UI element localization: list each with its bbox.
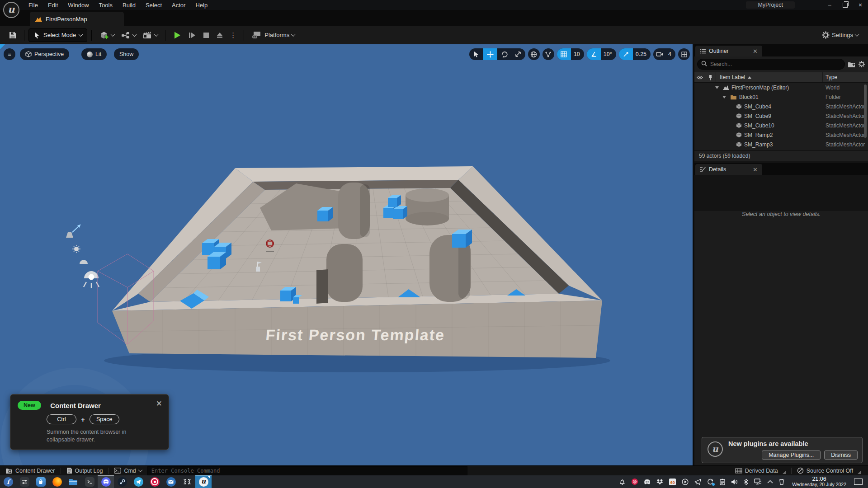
close-icon[interactable]: ✕ [753, 166, 758, 173]
grid-snap-toggle[interactable] [557, 48, 571, 60]
steam-icon[interactable] [114, 475, 130, 488]
expand-caret-icon[interactable] [715, 86, 719, 89]
outliner-scrollbar[interactable] [864, 84, 867, 138]
outliner-row-staticmesh[interactable]: SM_Ramp2 StaticMeshActor [694, 130, 868, 140]
play-options-kebab[interactable]: ⋮ [226, 28, 240, 42]
discord-tray-icon[interactable] [644, 479, 651, 484]
source-control-button[interactable]: Source Control Off [792, 466, 868, 475]
scale-tool[interactable] [511, 48, 525, 60]
telegram-icon[interactable] [130, 475, 146, 488]
maximize-viewport-toggle[interactable] [678, 48, 690, 60]
world-local-toggle[interactable] [528, 48, 540, 60]
show-desktop-button[interactable] [854, 479, 863, 485]
rotate-tool[interactable] [497, 48, 511, 60]
platforms-dropdown[interactable]: Platforms [248, 28, 298, 42]
rotation-snap-value[interactable]: 10° [601, 51, 616, 57]
bluetooth-icon[interactable] [744, 479, 748, 485]
select-tool[interactable] [469, 48, 483, 60]
settings-dropdown[interactable]: Settings [819, 28, 862, 42]
outliner-row-staticmesh[interactable]: SM_Cube10 StaticMeshActor [694, 121, 868, 130]
tweaks-icon[interactable] [16, 475, 33, 488]
unreal-engine-icon[interactable]: u [195, 475, 212, 488]
volume-icon[interactable] [731, 479, 738, 485]
software-store-icon[interactable] [33, 475, 49, 488]
utility-app-icon[interactable] [179, 475, 195, 488]
outliner-row-world[interactable]: FirstPersonMap (Editor) World [694, 83, 868, 92]
sort-by-type[interactable]: Type [823, 72, 868, 82]
show-flags-dropdown[interactable]: Show [114, 48, 139, 60]
scale-snap-value[interactable]: 0.25 [633, 51, 651, 57]
software-update-icon[interactable] [707, 479, 714, 485]
output-log-button[interactable]: Output Log [61, 466, 108, 475]
outliner-row-staticmesh[interactable]: SM_Cube4 StaticMeshActor [694, 102, 868, 111]
viewport-options-menu[interactable]: ≡ [4, 48, 15, 60]
trash-icon[interactable] [779, 479, 784, 485]
cinematics-dropdown[interactable] [139, 28, 161, 42]
menu-help[interactable]: Help [190, 0, 212, 10]
tab-outliner[interactable]: Outliner ✕ [695, 46, 762, 56]
console-command-input[interactable] [147, 466, 467, 475]
close-button[interactable]: × [853, 0, 868, 10]
new-folder-icon[interactable] [848, 61, 855, 68]
visibility-column-eye-icon[interactable] [694, 72, 705, 82]
rotation-snap-toggle[interactable] [587, 48, 601, 60]
recorder-target-icon[interactable] [632, 479, 638, 485]
close-icon[interactable]: ✕ [753, 48, 758, 55]
select-mode-dropdown[interactable]: Select Mode [28, 28, 87, 42]
outliner-search-input[interactable] [697, 59, 845, 70]
level-viewport[interactable]: First Person Template ≡ Perspective Lit … [0, 44, 693, 465]
derived-data-button[interactable]: Derived Data [730, 466, 791, 475]
scale-snap-toggle[interactable] [619, 48, 633, 60]
outliner-settings-gear-icon[interactable] [858, 61, 865, 68]
sort-by-item-label[interactable]: Item Label [716, 72, 823, 82]
menu-select[interactable]: Select [141, 0, 167, 10]
menu-edit[interactable]: Edit [43, 0, 63, 10]
add-actor-dropdown[interactable] [96, 28, 118, 42]
terminal-icon[interactable] [81, 475, 98, 488]
manage-plugins-button[interactable]: Manage Plugins... [762, 450, 821, 460]
taskbar-clock[interactable]: 21:06 Wednesday, 20 July 2022 [792, 476, 846, 488]
outliner-row-folder[interactable]: Block01 Folder [694, 92, 868, 102]
dismiss-button[interactable]: Dismiss [824, 450, 858, 460]
menu-actor[interactable]: Actor [167, 0, 190, 10]
cmd-dropdown[interactable]: Cmd [108, 466, 147, 475]
camera-speed-control[interactable]: 4 [653, 48, 675, 60]
outliner-row-staticmesh[interactable]: SM_Cube9 StaticMeshActor [694, 111, 868, 121]
blueprints-dropdown[interactable] [118, 28, 139, 42]
surface-snapping-toggle[interactable] [542, 48, 554, 60]
grid-snap-value[interactable]: 10 [571, 51, 584, 57]
tray-expand-icon[interactable] [767, 480, 773, 483]
telegram-tray-icon[interactable] [694, 479, 701, 485]
tab-firstpersonmap[interactable]: FirstPersonMap [30, 12, 124, 26]
menu-window[interactable]: Window [63, 0, 94, 10]
stop-button[interactable] [199, 28, 213, 42]
maximize-button[interactable] [837, 0, 853, 10]
minimize-button[interactable]: − [822, 0, 837, 10]
menu-build[interactable]: Build [118, 0, 141, 10]
menu-tools[interactable]: Tools [94, 0, 118, 10]
expand-caret-icon[interactable] [722, 96, 726, 99]
pin-column-icon[interactable] [705, 72, 716, 82]
clipboard-icon[interactable] [720, 479, 725, 485]
thunderbird-icon[interactable] [163, 475, 179, 488]
notification-bell-icon[interactable] [619, 479, 626, 485]
content-drawer-button[interactable]: Content Drawer [0, 466, 61, 475]
discord-icon[interactable] [98, 475, 114, 488]
file-manager-icon[interactable] [65, 475, 81, 488]
fedora-icon[interactable]: f [0, 475, 16, 488]
frame-skip-button[interactable] [185, 28, 199, 42]
tab-details[interactable]: Details ✕ [695, 164, 762, 175]
outliner-row-staticmesh[interactable]: SM_Ramp3 StaticMeshActor [694, 140, 868, 149]
display-icon[interactable] [754, 479, 761, 485]
close-icon[interactable]: ✕ [156, 399, 162, 408]
save-button[interactable] [5, 28, 20, 42]
move-tool[interactable] [483, 48, 497, 60]
media-play-icon[interactable] [682, 479, 689, 485]
timer-60-icon[interactable]: 60 [669, 479, 676, 485]
perspective-dropdown[interactable]: Perspective [20, 48, 69, 60]
recorder-target-icon[interactable] [146, 475, 163, 488]
eject-button[interactable] [213, 28, 226, 42]
menu-file[interactable]: File [24, 0, 43, 10]
play-button[interactable] [170, 28, 185, 42]
unreal-logo-icon[interactable]: u [3, 2, 19, 18]
